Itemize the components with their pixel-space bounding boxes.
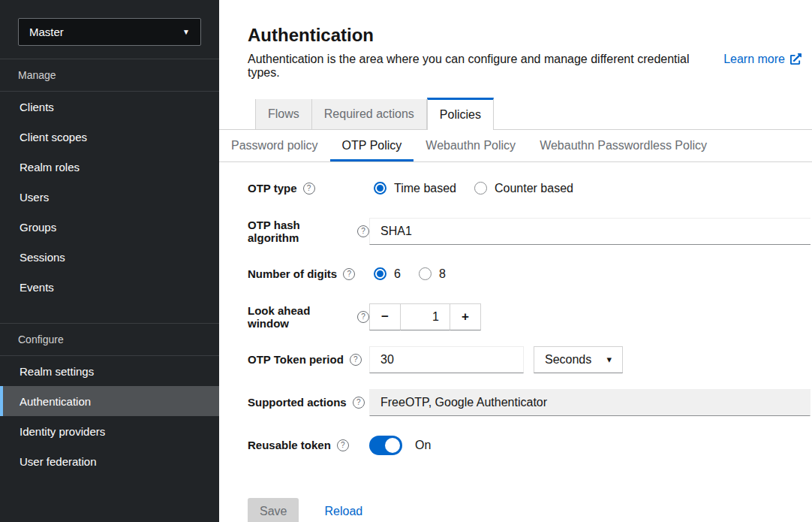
look-ahead-window-stepper: − 1 +	[369, 303, 810, 330]
sidebar-item-user-federation[interactable]: User federation	[0, 446, 219, 476]
help-icon[interactable]: ?	[303, 183, 315, 195]
reusable-token-switch-wrap: On	[369, 436, 810, 455]
nav-section-title: Manage	[0, 59, 219, 92]
toggle-state-label: On	[415, 439, 431, 452]
otp-token-period-unit-select[interactable]: Seconds ▾	[534, 346, 623, 373]
help-icon[interactable]: ?	[350, 354, 362, 366]
help-icon[interactable]: ?	[343, 268, 355, 280]
sidebar-item-groups[interactable]: Groups	[0, 212, 219, 242]
page-description: Authentication is the area where you can…	[248, 53, 711, 80]
otp-type-radio-group: Time based Counter based	[369, 182, 810, 195]
radio-dot[interactable]	[419, 267, 432, 280]
otp-policy-form: OTP type ? Time based Counter based	[219, 162, 812, 522]
sidebar-item-sessions[interactable]: Sessions	[0, 242, 219, 272]
plus-icon: +	[462, 309, 469, 324]
otp-type-label: OTP type	[248, 182, 297, 195]
help-icon[interactable]: ?	[357, 225, 369, 237]
subtab-bar: Password policy OTP Policy Webauthn Poli…	[219, 130, 812, 162]
radio-time-based-label: Time based	[394, 182, 456, 195]
help-icon[interactable]: ?	[337, 439, 349, 451]
page-description-row: Authentication is the area where you can…	[248, 53, 801, 80]
tab-bar: Flows Required actions Policies	[219, 98, 812, 130]
minus-icon: −	[381, 309, 389, 324]
form-actions: Save Reload	[248, 498, 810, 522]
nav-list-configure: Realm settings Authentication Identity p…	[0, 356, 219, 476]
form-row-look-ahead-window: Look ahead window ? − 1 +	[248, 303, 810, 330]
otp-hash-algorithm-select[interactable]: SHA1	[369, 218, 810, 245]
reusable-token-label: Reusable token	[248, 439, 331, 451]
learn-more-link[interactable]: Learn more	[723, 53, 801, 66]
form-row-otp-hash-algorithm: OTP hash algorithm ? SHA1	[248, 218, 810, 245]
subtab-password-policy[interactable]: Password policy	[219, 130, 330, 161]
form-row-reusable-token: Reusable token ? On	[248, 432, 810, 459]
sidebar-item-users[interactable]: Users	[0, 182, 219, 212]
sidebar: Master ▼ Manage Clients Client scopes Re…	[0, 0, 219, 522]
subtab-webauthn-passwordless-policy[interactable]: Webauthn Passwordless Policy	[528, 130, 719, 161]
look-ahead-window-label: Look ahead window	[248, 304, 351, 330]
help-icon[interactable]: ?	[353, 397, 365, 409]
look-ahead-window-value[interactable]: 1	[401, 303, 450, 330]
number-of-digits-label-wrap: Number of digits ?	[248, 267, 369, 280]
external-link-icon	[790, 53, 801, 65]
tab-required-actions[interactable]: Required actions	[312, 99, 427, 129]
otp-token-period-label-wrap: OTP Token period ?	[248, 353, 369, 366]
sidebar-item-clients[interactable]: Clients	[0, 92, 219, 122]
toggle-handle	[385, 438, 400, 453]
realm-selector[interactable]: Master ▼	[18, 18, 201, 46]
sidebar-item-realm-roles[interactable]: Realm roles	[0, 152, 219, 182]
radio-dot[interactable]	[474, 182, 487, 195]
otp-token-period-controls: 30 Seconds ▾	[369, 346, 810, 373]
radio-dot-checked[interactable]	[374, 267, 386, 280]
subtab-otp-policy[interactable]: OTP Policy	[330, 130, 414, 161]
sidebar-item-events[interactable]: Events	[0, 272, 219, 302]
decrement-button[interactable]: −	[369, 303, 401, 330]
sidebar-item-identity-providers[interactable]: Identity providers	[0, 416, 219, 446]
reload-link[interactable]: Reload	[324, 505, 362, 518]
otp-token-period-label: OTP Token period	[248, 353, 344, 366]
increment-button[interactable]: +	[450, 303, 481, 330]
main-content: Authentication Authentication is the are…	[219, 0, 812, 522]
reusable-token-label-wrap: Reusable token ?	[248, 439, 369, 451]
radio-digits-8-label: 8	[439, 267, 446, 281]
radio-counter-based-label: Counter based	[495, 182, 573, 195]
tab-flows[interactable]: Flows	[255, 99, 312, 129]
tab-policies[interactable]: Policies	[427, 98, 494, 130]
sidebar-item-authentication[interactable]: Authentication	[0, 386, 219, 416]
sidebar-item-client-scopes[interactable]: Client scopes	[0, 122, 219, 152]
otp-type-label-wrap: OTP type ?	[248, 182, 369, 195]
look-ahead-window-label-wrap: Look ahead window ?	[248, 304, 369, 330]
reusable-token-toggle[interactable]	[369, 436, 402, 455]
number-of-digits-radio-group: 6 8	[369, 267, 810, 281]
caret-down-icon: ▾	[606, 354, 612, 365]
radio-counter-based[interactable]: Counter based	[474, 182, 573, 195]
radio-digits-8[interactable]: 8	[419, 267, 446, 281]
page-title: Authentication	[248, 25, 801, 47]
nav-section-manage: Manage Clients Client scopes Realm roles…	[0, 59, 219, 302]
radio-dot-checked[interactable]	[374, 182, 386, 195]
radio-digits-6-label: 6	[394, 267, 401, 281]
radio-time-based[interactable]: Time based	[374, 182, 456, 195]
number-of-digits-label: Number of digits	[248, 267, 337, 280]
supported-actions-field: FreeOTP, Google Authenticator	[369, 389, 810, 416]
realm-selector-wrap: Master ▼	[0, 0, 219, 59]
form-row-otp-token-period: OTP Token period ? 30 Seconds ▾	[248, 346, 810, 373]
otp-hash-algorithm-label: OTP hash algorithm	[248, 219, 351, 244]
supported-actions-label: Supported actions	[248, 396, 347, 409]
unit-select-value: Seconds	[545, 353, 591, 367]
radio-digits-6[interactable]: 6	[374, 267, 401, 281]
otp-hash-algorithm-label-wrap: OTP hash algorithm ?	[248, 219, 369, 244]
help-icon[interactable]: ?	[357, 311, 369, 323]
form-row-supported-actions: Supported actions ? FreeOTP, Google Auth…	[248, 389, 810, 416]
nav-section-title: Configure	[0, 323, 219, 356]
learn-more-label: Learn more	[723, 53, 785, 66]
nav-list-manage: Clients Client scopes Realm roles Users …	[0, 92, 219, 302]
sidebar-item-realm-settings[interactable]: Realm settings	[0, 356, 219, 386]
subtab-webauthn-policy[interactable]: Webauthn Policy	[414, 130, 528, 161]
app-window: Master ▼ Manage Clients Client scopes Re…	[0, 0, 812, 522]
otp-token-period-input[interactable]: 30	[369, 346, 524, 373]
save-button[interactable]: Save	[248, 498, 299, 522]
form-row-number-of-digits: Number of digits ? 6 8	[248, 261, 810, 288]
supported-actions-label-wrap: Supported actions ?	[248, 396, 369, 409]
form-row-otp-type: OTP type ? Time based Counter based	[248, 175, 810, 202]
chevron-down-icon: ▼	[182, 29, 190, 36]
